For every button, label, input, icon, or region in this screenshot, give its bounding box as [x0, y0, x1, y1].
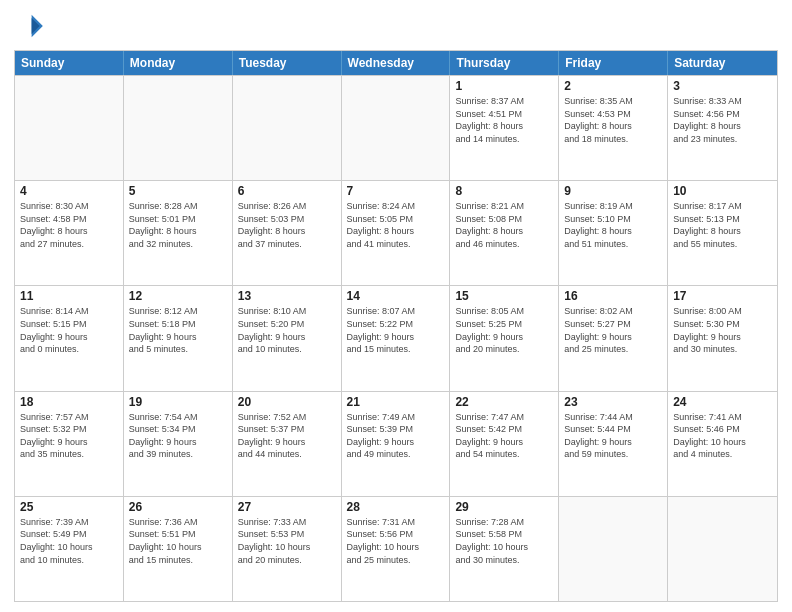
day-info: Sunrise: 8:35 AM Sunset: 4:53 PM Dayligh…: [564, 95, 662, 145]
calendar-cell: 10Sunrise: 8:17 AM Sunset: 5:13 PM Dayli…: [668, 181, 777, 285]
calendar-cell: 14Sunrise: 8:07 AM Sunset: 5:22 PM Dayli…: [342, 286, 451, 390]
calendar-cell: 13Sunrise: 8:10 AM Sunset: 5:20 PM Dayli…: [233, 286, 342, 390]
header-day-friday: Friday: [559, 51, 668, 75]
day-number: 18: [20, 395, 118, 409]
calendar-cell: 4Sunrise: 8:30 AM Sunset: 4:58 PM Daylig…: [15, 181, 124, 285]
day-info: Sunrise: 8:37 AM Sunset: 4:51 PM Dayligh…: [455, 95, 553, 145]
calendar-cell: 16Sunrise: 8:02 AM Sunset: 5:27 PM Dayli…: [559, 286, 668, 390]
calendar-cell: [15, 76, 124, 180]
logo: [14, 10, 50, 42]
day-number: 27: [238, 500, 336, 514]
calendar-body: 1Sunrise: 8:37 AM Sunset: 4:51 PM Daylig…: [15, 75, 777, 601]
header-day-saturday: Saturday: [668, 51, 777, 75]
calendar-cell: 15Sunrise: 8:05 AM Sunset: 5:25 PM Dayli…: [450, 286, 559, 390]
header-day-wednesday: Wednesday: [342, 51, 451, 75]
calendar-cell: 27Sunrise: 7:33 AM Sunset: 5:53 PM Dayli…: [233, 497, 342, 601]
day-info: Sunrise: 7:31 AM Sunset: 5:56 PM Dayligh…: [347, 516, 445, 566]
calendar-cell: 1Sunrise: 8:37 AM Sunset: 4:51 PM Daylig…: [450, 76, 559, 180]
day-info: Sunrise: 8:28 AM Sunset: 5:01 PM Dayligh…: [129, 200, 227, 250]
day-number: 15: [455, 289, 553, 303]
day-number: 12: [129, 289, 227, 303]
calendar-cell: [559, 497, 668, 601]
day-number: 7: [347, 184, 445, 198]
day-number: 14: [347, 289, 445, 303]
calendar-week-2: 4Sunrise: 8:30 AM Sunset: 4:58 PM Daylig…: [15, 180, 777, 285]
day-info: Sunrise: 8:26 AM Sunset: 5:03 PM Dayligh…: [238, 200, 336, 250]
day-number: 23: [564, 395, 662, 409]
day-number: 10: [673, 184, 772, 198]
calendar-cell: 19Sunrise: 7:54 AM Sunset: 5:34 PM Dayli…: [124, 392, 233, 496]
day-info: Sunrise: 7:54 AM Sunset: 5:34 PM Dayligh…: [129, 411, 227, 461]
day-info: Sunrise: 8:07 AM Sunset: 5:22 PM Dayligh…: [347, 305, 445, 355]
calendar-week-5: 25Sunrise: 7:39 AM Sunset: 5:49 PM Dayli…: [15, 496, 777, 601]
day-number: 4: [20, 184, 118, 198]
calendar-cell: 26Sunrise: 7:36 AM Sunset: 5:51 PM Dayli…: [124, 497, 233, 601]
day-info: Sunrise: 7:36 AM Sunset: 5:51 PM Dayligh…: [129, 516, 227, 566]
day-number: 3: [673, 79, 772, 93]
day-number: 28: [347, 500, 445, 514]
day-info: Sunrise: 7:39 AM Sunset: 5:49 PM Dayligh…: [20, 516, 118, 566]
calendar-cell: 24Sunrise: 7:41 AM Sunset: 5:46 PM Dayli…: [668, 392, 777, 496]
day-info: Sunrise: 7:33 AM Sunset: 5:53 PM Dayligh…: [238, 516, 336, 566]
day-info: Sunrise: 7:44 AM Sunset: 5:44 PM Dayligh…: [564, 411, 662, 461]
day-number: 11: [20, 289, 118, 303]
calendar-week-4: 18Sunrise: 7:57 AM Sunset: 5:32 PM Dayli…: [15, 391, 777, 496]
calendar-cell: 29Sunrise: 7:28 AM Sunset: 5:58 PM Dayli…: [450, 497, 559, 601]
day-info: Sunrise: 7:41 AM Sunset: 5:46 PM Dayligh…: [673, 411, 772, 461]
day-number: 16: [564, 289, 662, 303]
calendar-cell: 18Sunrise: 7:57 AM Sunset: 5:32 PM Dayli…: [15, 392, 124, 496]
calendar: SundayMondayTuesdayWednesdayThursdayFrid…: [14, 50, 778, 602]
day-number: 9: [564, 184, 662, 198]
day-number: 5: [129, 184, 227, 198]
header-day-sunday: Sunday: [15, 51, 124, 75]
day-number: 22: [455, 395, 553, 409]
day-info: Sunrise: 8:24 AM Sunset: 5:05 PM Dayligh…: [347, 200, 445, 250]
calendar-cell: 21Sunrise: 7:49 AM Sunset: 5:39 PM Dayli…: [342, 392, 451, 496]
calendar-header-row: SundayMondayTuesdayWednesdayThursdayFrid…: [15, 51, 777, 75]
day-info: Sunrise: 8:19 AM Sunset: 5:10 PM Dayligh…: [564, 200, 662, 250]
calendar-cell: 22Sunrise: 7:47 AM Sunset: 5:42 PM Dayli…: [450, 392, 559, 496]
header-day-tuesday: Tuesday: [233, 51, 342, 75]
day-info: Sunrise: 8:33 AM Sunset: 4:56 PM Dayligh…: [673, 95, 772, 145]
day-number: 21: [347, 395, 445, 409]
calendar-cell: 12Sunrise: 8:12 AM Sunset: 5:18 PM Dayli…: [124, 286, 233, 390]
calendar-cell: 9Sunrise: 8:19 AM Sunset: 5:10 PM Daylig…: [559, 181, 668, 285]
calendar-week-3: 11Sunrise: 8:14 AM Sunset: 5:15 PM Dayli…: [15, 285, 777, 390]
day-info: Sunrise: 8:30 AM Sunset: 4:58 PM Dayligh…: [20, 200, 118, 250]
calendar-cell: 23Sunrise: 7:44 AM Sunset: 5:44 PM Dayli…: [559, 392, 668, 496]
header-day-thursday: Thursday: [450, 51, 559, 75]
calendar-cell: 20Sunrise: 7:52 AM Sunset: 5:37 PM Dayli…: [233, 392, 342, 496]
day-info: Sunrise: 8:00 AM Sunset: 5:30 PM Dayligh…: [673, 305, 772, 355]
header-day-monday: Monday: [124, 51, 233, 75]
calendar-cell: [668, 497, 777, 601]
page: SundayMondayTuesdayWednesdayThursdayFrid…: [0, 0, 792, 612]
day-info: Sunrise: 8:12 AM Sunset: 5:18 PM Dayligh…: [129, 305, 227, 355]
calendar-cell: [233, 76, 342, 180]
day-info: Sunrise: 8:21 AM Sunset: 5:08 PM Dayligh…: [455, 200, 553, 250]
day-number: 8: [455, 184, 553, 198]
calendar-cell: 5Sunrise: 8:28 AM Sunset: 5:01 PM Daylig…: [124, 181, 233, 285]
day-info: Sunrise: 7:28 AM Sunset: 5:58 PM Dayligh…: [455, 516, 553, 566]
day-info: Sunrise: 8:05 AM Sunset: 5:25 PM Dayligh…: [455, 305, 553, 355]
calendar-cell: 3Sunrise: 8:33 AM Sunset: 4:56 PM Daylig…: [668, 76, 777, 180]
calendar-week-1: 1Sunrise: 8:37 AM Sunset: 4:51 PM Daylig…: [15, 75, 777, 180]
day-number: 1: [455, 79, 553, 93]
day-number: 13: [238, 289, 336, 303]
day-info: Sunrise: 8:14 AM Sunset: 5:15 PM Dayligh…: [20, 305, 118, 355]
day-number: 17: [673, 289, 772, 303]
day-info: Sunrise: 7:52 AM Sunset: 5:37 PM Dayligh…: [238, 411, 336, 461]
day-info: Sunrise: 8:02 AM Sunset: 5:27 PM Dayligh…: [564, 305, 662, 355]
day-info: Sunrise: 7:47 AM Sunset: 5:42 PM Dayligh…: [455, 411, 553, 461]
day-info: Sunrise: 7:49 AM Sunset: 5:39 PM Dayligh…: [347, 411, 445, 461]
day-info: Sunrise: 7:57 AM Sunset: 5:32 PM Dayligh…: [20, 411, 118, 461]
day-number: 6: [238, 184, 336, 198]
header: [14, 10, 778, 42]
day-number: 29: [455, 500, 553, 514]
day-number: 25: [20, 500, 118, 514]
calendar-cell: 25Sunrise: 7:39 AM Sunset: 5:49 PM Dayli…: [15, 497, 124, 601]
calendar-cell: 2Sunrise: 8:35 AM Sunset: 4:53 PM Daylig…: [559, 76, 668, 180]
day-number: 2: [564, 79, 662, 93]
day-number: 19: [129, 395, 227, 409]
calendar-cell: 28Sunrise: 7:31 AM Sunset: 5:56 PM Dayli…: [342, 497, 451, 601]
day-number: 20: [238, 395, 336, 409]
